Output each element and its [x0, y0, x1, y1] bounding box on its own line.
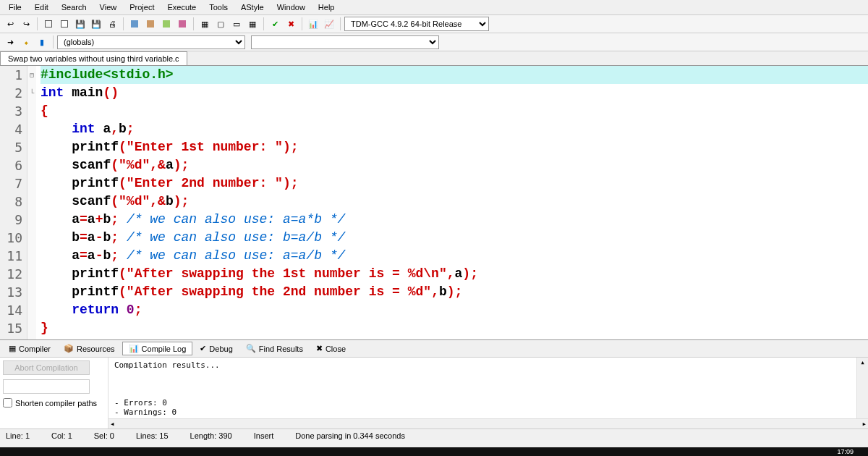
code-area[interactable]: #include<stdio.h>int main(){ int a,b; pr…: [36, 66, 868, 339]
new-icon[interactable]: [57, 17, 72, 31]
compile-log-panel: Abort Compilation Shorten compiler paths…: [0, 358, 868, 428]
grid-icon[interactable]: ▦: [197, 17, 212, 31]
menu-window[interactable]: Window: [271, 1, 311, 13]
bottom-tab-find-results[interactable]: 🔍 Find Results: [240, 342, 309, 355]
check-icon[interactable]: ✔: [268, 17, 282, 31]
menu-help[interactable]: Help: [312, 1, 341, 13]
scope-select[interactable]: (globals): [57, 35, 245, 49]
bottom-tab-compiler[interactable]: ▦ Compiler: [3, 342, 56, 355]
taskbar: 17:09: [0, 447, 868, 456]
abort-button: Abort Compilation: [3, 360, 90, 375]
line-gutter: 123456789101112131415: [0, 66, 27, 339]
menu-tools[interactable]: Tools: [203, 1, 234, 13]
command-box[interactable]: [3, 379, 90, 394]
bottom-tab-resources[interactable]: 📦 Resources: [58, 342, 121, 355]
menu-execute[interactable]: Execute: [161, 1, 202, 13]
bottom-tab-compile-log[interactable]: 📊 Compile Log: [122, 342, 193, 355]
status-length: Length: 390: [190, 431, 232, 440]
log-controls: Abort Compilation Shorten compiler paths: [0, 358, 109, 428]
status-col: Col: 1: [51, 431, 72, 440]
debug-icon[interactable]: ▮: [35, 35, 49, 49]
file-tab[interactable]: Swap two variables without using third v…: [0, 51, 187, 65]
menu-view[interactable]: View: [94, 1, 123, 13]
forward-icon[interactable]: ↪: [19, 17, 33, 31]
bottom-tab-debug[interactable]: ✔ Debug: [194, 342, 238, 355]
menu-bar: FileEditSearchViewProjectExecuteToolsASt…: [0, 0, 868, 15]
menu-edit[interactable]: Edit: [29, 1, 54, 13]
shorten-paths-checkbox[interactable]: Shorten compiler paths: [3, 398, 105, 408]
saveall-icon[interactable]: 💾: [89, 17, 103, 31]
print-icon[interactable]: 🖨: [105, 17, 119, 31]
secondary-toolbar: ➜ ⬥ ▮ (globals): [0, 33, 868, 51]
status-msg: Done parsing in 0.344 seconds: [295, 431, 405, 440]
tool2-icon[interactable]: [143, 17, 158, 31]
grid4-icon[interactable]: ▦: [245, 17, 260, 31]
stats-icon[interactable]: 📈: [322, 17, 336, 31]
bottom-panel-tabs: ▦ Compiler📦 Resources📊 Compile Log✔ Debu…: [0, 339, 868, 358]
fold-gutter[interactable]: ⊟ └: [27, 66, 36, 339]
log-output[interactable]: Compilation results... - Errors: 0- Warn…: [109, 358, 868, 428]
status-line: Line: 1: [6, 431, 30, 440]
status-bar: Line: 1 Col: 1 Sel: 0 Lines: 15 Length: …: [0, 428, 868, 442]
bottom-tab-close[interactable]: ✖ Close: [310, 342, 352, 355]
member-select[interactable]: [251, 35, 439, 49]
code-editor[interactable]: 123456789101112131415 ⊟ └ #include<stdio…: [0, 66, 868, 339]
status-sel: Sel: 0: [94, 431, 114, 440]
main-toolbar: ↩ ↪ 💾 💾 🖨 ▦ ▢ ▭ ▦ ✔ ✖ 📊 📈 TDM-GCC 4.9.2 …: [0, 15, 868, 33]
status-lines: Lines: 15: [136, 431, 169, 440]
goto-icon[interactable]: ➜: [3, 35, 17, 49]
grid2-icon[interactable]: ▢: [213, 17, 228, 31]
menu-file[interactable]: File: [3, 1, 27, 13]
menu-astyle[interactable]: AStyle: [235, 1, 270, 13]
tool4-icon[interactable]: [175, 17, 190, 31]
clock: 17:09: [837, 448, 854, 455]
status-mode: Insert: [254, 431, 274, 440]
bookmark-icon[interactable]: ⬥: [19, 35, 33, 49]
chart-icon[interactable]: 📊: [306, 17, 320, 31]
horizontal-scrollbar[interactable]: ◂▸: [109, 418, 868, 428]
save-icon[interactable]: 💾: [73, 17, 88, 31]
menu-project[interactable]: Project: [124, 1, 160, 13]
compiler-select[interactable]: TDM-GCC 4.9.2 64-bit Release: [344, 17, 489, 31]
vertical-scrollbar[interactable]: ▴: [856, 358, 868, 418]
tool3-icon[interactable]: [159, 17, 174, 31]
tool-icon[interactable]: [127, 17, 142, 31]
cancel-icon[interactable]: ✖: [284, 17, 298, 31]
grid3-icon[interactable]: ▭: [229, 17, 244, 31]
back-icon[interactable]: ↩: [3, 17, 17, 31]
square-icon[interactable]: [41, 17, 56, 31]
menu-search[interactable]: Search: [56, 1, 93, 13]
editor-tabs: Swap two variables without using third v…: [0, 51, 868, 66]
